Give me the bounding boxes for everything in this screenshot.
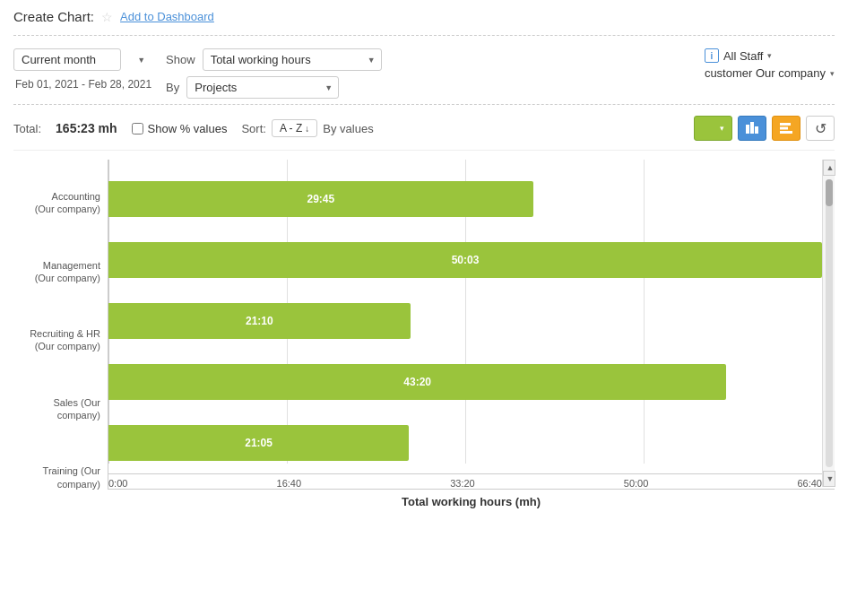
- group-select-wrapper[interactable]: Projects Employees Departments: [186, 76, 339, 99]
- bar: 21:10: [108, 303, 411, 339]
- bar: 50:03: [108, 242, 822, 278]
- svg-rect-4: [780, 127, 788, 130]
- bar-row: 29:45: [108, 169, 822, 230]
- horizontal-bar-button[interactable]: [772, 116, 800, 141]
- y-label: Management(Our company): [13, 241, 100, 302]
- chart-area: 29:4550:0321:1043:2021:05 0:0016:4033:20…: [108, 160, 835, 490]
- period-select-wrapper[interactable]: Current month Last month This year Custo…: [13, 48, 151, 71]
- header-row: Create Chart: ☆ Add to Dashboard: [13, 9, 835, 36]
- bar-row: 21:05: [108, 412, 822, 473]
- total-value: 165:23 mh: [56, 121, 117, 135]
- x-label: 50:00: [624, 478, 649, 489]
- star-icon[interactable]: ☆: [101, 10, 113, 24]
- period-group: Current month Last month This year Custo…: [13, 48, 151, 91]
- customer-badge[interactable]: customer Our company ▾: [705, 66, 835, 80]
- staff-filter: i All Staff ▾ customer Our company ▾: [705, 48, 835, 80]
- by-label: By: [166, 81, 179, 94]
- refresh-icon: ↺: [815, 120, 826, 137]
- bar: 43:20: [108, 364, 726, 400]
- add-dashboard-link[interactable]: Add to Dashboard: [120, 10, 214, 23]
- svg-rect-5: [780, 131, 792, 134]
- toolbar-row: Total: 165:23 mh Show % values Sort: A -…: [13, 105, 835, 151]
- show-group: Show Total working hours Total overtime …: [166, 48, 382, 71]
- controls-section: Current month Last month This year Custo…: [13, 36, 835, 105]
- x-label: 0:00: [108, 478, 127, 489]
- page-container: Create Chart: ☆ Add to Dashboard Current…: [0, 0, 848, 521]
- show-percent-group[interactable]: Show % values: [132, 122, 228, 135]
- y-label: Training (Ourcompany): [13, 447, 100, 508]
- customer-chevron-icon: ▾: [830, 69, 835, 78]
- show-percent-label: Show % values: [148, 122, 228, 135]
- toolbar-right: ▾ ↺: [694, 116, 835, 141]
- bar: 21:05: [108, 425, 409, 461]
- x-label: 16:40: [277, 478, 302, 489]
- create-chart-label: Create Chart:: [13, 9, 94, 24]
- bar-chart-button[interactable]: [738, 116, 766, 141]
- svg-rect-1: [750, 122, 754, 134]
- chart-y-labels: Accounting(Our company)Management(Our co…: [13, 160, 108, 512]
- color-picker-button[interactable]: ▾: [694, 116, 732, 141]
- total-label: Total:: [13, 122, 41, 135]
- y-label: Sales (Ourcompany): [13, 378, 100, 439]
- x-label: 66:40: [797, 478, 822, 489]
- svg-rect-3: [780, 123, 791, 126]
- bar-row: 50:03: [108, 230, 822, 291]
- horizontal-bar-icon: [779, 121, 793, 135]
- metric-select-wrapper[interactable]: Total working hours Total overtime Total…: [203, 48, 382, 71]
- refresh-button[interactable]: ↺: [806, 116, 835, 141]
- period-select[interactable]: Current month Last month This year Custo…: [13, 48, 121, 71]
- show-percent-checkbox[interactable]: [132, 123, 143, 134]
- all-staff-badge[interactable]: i All Staff ▾: [705, 48, 835, 63]
- by-group: By Projects Employees Departments: [166, 76, 382, 99]
- bar: 29:45: [108, 181, 533, 217]
- svg-rect-0: [746, 125, 749, 134]
- show-by-group: Show Total working hours Total overtime …: [166, 48, 382, 99]
- metric-select[interactable]: Total working hours Total overtime Total…: [203, 48, 382, 71]
- customer-label: customer Our company: [705, 66, 826, 80]
- group-select[interactable]: Projects Employees Departments: [186, 76, 339, 99]
- color-swatch: [702, 120, 718, 136]
- y-label: Accounting(Our company): [13, 172, 100, 233]
- show-label: Show: [166, 53, 195, 66]
- sort-by-values-label[interactable]: By values: [323, 122, 373, 135]
- svg-rect-2: [755, 126, 758, 134]
- bar-row: 43:20: [108, 351, 822, 412]
- x-label: 33:20: [450, 478, 475, 489]
- sort-arrow-icon: ↓: [305, 124, 309, 134]
- sort-az-label: A - Z: [280, 122, 302, 134]
- sort-group: Sort: A - Z ↓ By values: [241, 119, 373, 137]
- color-chevron-icon: ▾: [720, 124, 724, 133]
- all-staff-label: All Staff: [723, 49, 764, 63]
- date-range: Feb 01, 2021 - Feb 28, 2021: [13, 78, 151, 91]
- x-axis-title: Total working hours (mh): [108, 490, 835, 512]
- y-label: Recruiting & HR(Our company): [13, 309, 100, 370]
- chart-area-wrapper: 29:4550:0321:1043:2021:05 0:0016:4033:20…: [108, 160, 835, 512]
- info-icon: i: [705, 48, 719, 63]
- sort-label: Sort:: [241, 122, 265, 135]
- staff-chevron-icon: ▾: [767, 51, 772, 60]
- bar-row: 21:10: [108, 291, 822, 351]
- sort-az-button[interactable]: A - Z ↓: [272, 119, 317, 137]
- bar-chart-icon: [745, 121, 759, 135]
- chart-container: Accounting(Our company)Management(Our co…: [13, 160, 835, 512]
